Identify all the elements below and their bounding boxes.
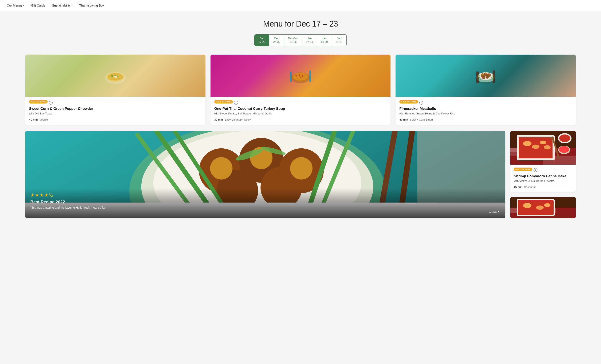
svg-point-44	[290, 157, 312, 179]
nav-thanksgiving-label: Thanksgiving Box	[79, 4, 104, 7]
recipe-image-penne	[510, 131, 576, 165]
top-recipe-grid: HALL OF FAME i Sweet Corn & Green Pepper…	[25, 55, 576, 125]
date-tab-0[interactable]: Dec17-23	[254, 34, 269, 46]
svg-point-25	[486, 75, 489, 79]
recipe-time-chowder: 40 min	[29, 118, 38, 121]
card-body-penne: HALL OF FAME i Shrimp Pomodoro Penne Bak…	[510, 165, 576, 192]
date-tab-3[interactable]: Jan07-13	[302, 34, 317, 46]
hall-of-fame-badge-meatballs: HALL OF FAME	[399, 100, 418, 103]
bottom-section: ★★★★½ Best Recipe 2022 This was amazing …	[25, 131, 576, 218]
recipe-image-meatballs	[396, 55, 576, 97]
featured-author: – Matt C.	[30, 211, 500, 214]
chevron-down-icon: ▾	[23, 4, 24, 7]
nav-sustainability[interactable]: Sustainability ▾	[52, 4, 72, 7]
svg-point-13	[299, 74, 300, 76]
svg-point-24	[482, 76, 485, 79]
recipe-card-chowder[interactable]: HALL OF FAME i Sweet Corn & Green Pepper…	[25, 55, 205, 125]
svg-point-86	[536, 205, 544, 210]
nav-our-menus-label: Our Menus	[7, 4, 22, 7]
recipe-sub-curry: with Sweet Potato, Bell Pepper, Ginger &…	[214, 112, 387, 115]
recipe-image-penne2	[510, 197, 576, 218]
recipe-sub-meatballs: with Roasted Green Beans & Cauliflower R…	[399, 112, 572, 115]
svg-point-3	[111, 75, 113, 77]
svg-point-69	[540, 141, 546, 144]
svg-point-6	[114, 76, 117, 78]
info-icon-penne[interactable]: i	[534, 168, 537, 172]
recipe-name-penne: Shrimp Pomodoro Penne Bake	[514, 174, 572, 179]
right-column: HALL OF FAME i Shrimp Pomodoro Penne Bak…	[510, 131, 576, 218]
featured-card[interactable]: ★★★★½ Best Recipe 2022 This was amazing …	[25, 131, 505, 218]
featured-stars: ★★★★½	[30, 192, 500, 198]
recipe-card-meatballs[interactable]: HALL OF FAME i Firecracker Meatballs wit…	[396, 55, 576, 125]
recipe-name-meatballs: Firecracker Meatballs	[399, 106, 572, 111]
hall-of-fame-badge-curry: HALL OF FAME	[214, 100, 233, 103]
svg-point-68	[532, 145, 540, 149]
nav-our-menus[interactable]: Our Menus ▾	[7, 4, 24, 7]
svg-point-72	[550, 137, 554, 140]
info-icon-chowder[interactable]: i	[49, 101, 53, 105]
page-title: Menu for Dec 17 – 23	[25, 19, 576, 29]
svg-point-12	[295, 75, 297, 77]
date-tab-1[interactable]: Dec24-30	[269, 34, 284, 46]
badge-row-meatballs: HALL OF FAME i	[399, 100, 572, 105]
badge-text-meatballs: HALL OF FAME	[401, 101, 416, 103]
recipe-time-curry: 30 min	[214, 118, 223, 121]
badge-text-penne: HALL OF FAME	[515, 168, 531, 170]
recipe-card-penne2[interactable]	[510, 197, 576, 218]
badge-text-curry: HALL OF FAME	[216, 101, 231, 103]
recipe-card-penne[interactable]: HALL OF FAME i Shrimp Pomodoro Penne Bak…	[510, 131, 576, 192]
page-content: Menu for Dec 17 – 23 Dec17-23 Dec24-30 D…	[0, 11, 601, 227]
recipe-name-curry: One-Pot Thai Coconut Curry Turkey Soup	[214, 106, 387, 111]
date-tab-4[interactable]: Jan14-20	[317, 34, 332, 46]
recipe-sub-chowder: with Old Bay Toast	[29, 112, 202, 115]
svg-point-70	[544, 145, 551, 150]
date-tabs-row: Dec17-23 Dec24-30 Dec-Jan31-06 Jan07-13 …	[25, 34, 576, 46]
svg-rect-10	[290, 71, 292, 82]
recipe-tags-penne: Seasonal	[524, 185, 535, 189]
svg-rect-79	[510, 208, 517, 213]
recipe-time-penne: 45 min	[514, 185, 522, 189]
svg-point-87	[544, 203, 551, 207]
recipe-time-meatballs: 40 min	[399, 118, 408, 121]
featured-quote: This was amazing and my favorite HelloFr…	[30, 206, 500, 210]
svg-rect-18	[476, 71, 479, 83]
card-body-curry: HALL OF FAME i One-Pot Thai Coconut Curr…	[210, 97, 391, 125]
svg-point-27	[485, 73, 487, 74]
date-tab-2[interactable]: Dec-Jan31-06	[284, 34, 302, 46]
badge-row-curry: HALL OF FAME i	[214, 100, 387, 105]
featured-overlay: ★★★★½ Best Recipe 2022 This was amazing …	[25, 188, 505, 218]
svg-rect-11	[309, 71, 311, 82]
svg-point-15	[300, 77, 301, 78]
featured-title: Best Recipe 2022	[30, 200, 500, 204]
svg-point-76	[559, 134, 570, 142]
recipe-sub-penne: with Mozzarella & Herbed Ricotta	[514, 179, 572, 182]
card-body-meatballs: HALL OF FAME i Firecracker Meatballs wit…	[396, 97, 576, 125]
badge-text-chowder: HALL OF FAME	[31, 101, 46, 103]
recipe-card-curry[interactable]: HALL OF FAME i One-Pot Thai Coconut Curr…	[210, 55, 391, 125]
hall-of-fame-badge-penne: HALL OF FAME	[514, 168, 532, 171]
recipe-tags-chowder: Veggie	[40, 118, 48, 121]
recipe-name-chowder: Sweet Corn & Green Pepper Chowder	[29, 106, 202, 111]
svg-point-67	[523, 141, 531, 146]
nav-gift-cards[interactable]: Gift Cards	[31, 4, 45, 7]
svg-point-85	[523, 203, 531, 208]
recipe-image-curry	[210, 55, 391, 97]
recipe-meta-curry: 30 min Easy Cleanup • Spicy	[214, 118, 387, 121]
main-nav: Our Menus ▾ Gift Cards Sustainability ▾ …	[0, 0, 601, 11]
recipe-meta-chowder: 40 min Veggie	[29, 118, 202, 121]
badge-row-penne: HALL OF FAME i	[514, 168, 572, 173]
badge-row-chowder: HALL OF FAME i	[29, 100, 202, 105]
info-icon-curry[interactable]: i	[234, 101, 238, 105]
nav-sustainability-label: Sustainability	[52, 4, 70, 7]
recipe-meta-penne: 45 min Seasonal	[514, 185, 572, 189]
chevron-down-icon-2: ▾	[71, 4, 72, 7]
svg-point-26	[481, 74, 484, 75]
hall-of-fame-badge-chowder: HALL OF FAME	[29, 100, 48, 103]
svg-rect-59	[510, 148, 517, 152]
nav-thanksgiving-box[interactable]: Thanksgiving Box	[79, 4, 104, 7]
svg-point-74	[559, 146, 569, 153]
date-tab-5[interactable]: Jan21-27	[332, 34, 347, 46]
info-icon-meatballs[interactable]: i	[419, 101, 423, 105]
nav-gift-cards-label: Gift Cards	[31, 4, 45, 7]
recipe-image-chowder	[25, 55, 205, 97]
